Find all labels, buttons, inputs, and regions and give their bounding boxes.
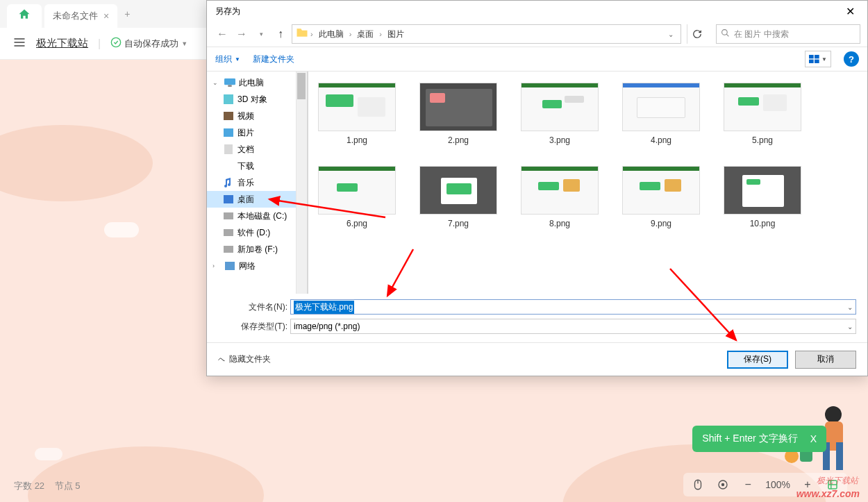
tree-item-3d[interactable]: 3D 对象 <box>207 91 307 108</box>
file-item[interactable]: 5.png <box>721 83 804 145</box>
disk-icon <box>222 229 235 236</box>
file-item[interactable]: 7.png <box>417 166 500 228</box>
svg-line-12 <box>726 34 728 36</box>
menu-icon[interactable] <box>12 35 26 52</box>
save-button[interactable]: 保存(S) <box>727 351 788 369</box>
file-item[interactable]: 8.png <box>518 166 601 228</box>
dialog-fields: 文件名(N): 极光下载站.png ⌄ 保存类型(T): image/png (… <box>207 294 867 342</box>
document-title[interactable]: 极光下载站 <box>36 37 88 50</box>
path-sep-icon: › <box>349 30 352 38</box>
file-item[interactable]: 9.png <box>619 166 703 228</box>
file-thumbnail <box>318 83 396 131</box>
svg-point-4 <box>825 406 842 423</box>
tree-item-downloads[interactable]: 下载 <box>207 158 307 174</box>
document-icon <box>222 144 235 154</box>
char-count-label: 字数 <box>14 480 32 491</box>
path-sep-icon: › <box>310 30 313 38</box>
recent-dropdown[interactable]: ▾ <box>253 26 269 42</box>
tree-item-this-pc[interactable]: ⌄ 此电脑 <box>207 74 307 91</box>
hint-close-button[interactable]: X <box>810 433 817 444</box>
tree-item-network[interactable]: ›网络 <box>207 258 307 274</box>
nav-up-button[interactable]: ↑ <box>272 26 289 42</box>
organize-menu[interactable]: 组织 ▼ <box>215 53 240 65</box>
nav-forward-button[interactable]: → <box>233 26 250 42</box>
disk-icon <box>222 212 235 219</box>
tree-item-new-vol[interactable]: 新加卷 (F:) <box>207 241 307 258</box>
autosave-status[interactable]: 自动保存成功 ▼ <box>110 37 187 50</box>
svg-rect-18 <box>228 85 231 87</box>
dropdown-icon[interactable]: ⌄ <box>847 323 853 331</box>
tree-item-documents[interactable]: 文档 <box>207 141 307 158</box>
zoom-value: 100% <box>765 479 790 490</box>
new-folder-button[interactable]: 新建文件夹 <box>253 53 294 65</box>
node-count-value: 5 <box>75 480 80 491</box>
path-seg-desktop[interactable]: 桌面 <box>353 26 378 43</box>
help-button[interactable]: ? <box>844 51 859 67</box>
file-name: 8.png <box>549 219 570 228</box>
node-count-label: 节点 <box>55 480 73 491</box>
3d-icon <box>222 94 235 104</box>
file-item[interactable]: 2.png <box>417 83 500 145</box>
path-seg-pc[interactable]: 此电脑 <box>315 26 348 43</box>
path-seg-pictures[interactable]: 图片 <box>383 26 408 43</box>
file-item[interactable]: 1.png <box>315 83 399 145</box>
view-mode-button[interactable]: ▼ <box>805 51 831 67</box>
watermark-brand: 极光下载站 <box>817 475 858 487</box>
mouse-mode-icon[interactable] <box>690 477 706 492</box>
nav-back-button[interactable]: ← <box>214 26 231 42</box>
hide-folders-toggle[interactable]: ヘ 隐藏文件夹 <box>218 353 271 365</box>
file-name: 1.png <box>347 135 367 145</box>
tree-scrollbar[interactable] <box>296 72 307 294</box>
file-thumbnail <box>622 166 700 215</box>
svg-rect-21 <box>224 128 233 137</box>
folder-icon <box>295 26 309 42</box>
refresh-button[interactable] <box>687 24 706 44</box>
decor-hill-left <box>0 125 153 201</box>
file-thumbnail <box>521 83 599 131</box>
divider: | <box>98 37 101 50</box>
filetype-select[interactable]: image/png (*.png) ⌄ <box>290 319 856 334</box>
scroll-thumb[interactable] <box>297 73 306 99</box>
tree-item-local-disk[interactable]: 本地磁盘 (C:) <box>207 208 307 224</box>
file-item[interactable]: 4.png <box>619 83 703 145</box>
tree-item-music[interactable]: 音乐 <box>207 174 307 191</box>
tab-title: 未命名文件 <box>53 10 98 22</box>
tree-item-pictures[interactable]: 图片 <box>207 124 307 141</box>
file-thumbnail <box>419 166 497 215</box>
filetype-value: image/png (*.png) <box>294 321 360 331</box>
tab-close-button[interactable]: × <box>103 10 109 22</box>
folder-tree: ⌄ 此电脑 3D 对象 视频 图片 文档 下载 音乐 桌面 本地磁盘 (C:) … <box>207 72 308 294</box>
caret-down-icon: ▼ <box>235 56 240 62</box>
document-tab[interactable]: 未命名文件 × <box>44 4 117 28</box>
filename-input[interactable]: 极光下载站.png ⌄ <box>290 299 856 315</box>
cancel-button[interactable]: 取消 <box>795 351 856 369</box>
expand-icon[interactable]: › <box>212 262 221 269</box>
expand-icon[interactable]: ⌄ <box>212 79 221 86</box>
home-tab[interactable] <box>7 4 42 28</box>
dropdown-icon[interactable]: ⌄ <box>847 303 853 311</box>
new-tab-button[interactable]: + <box>124 8 130 19</box>
search-input[interactable]: 在 图片 中搜索 <box>716 24 860 44</box>
file-thumbnail <box>724 166 801 215</box>
tree-item-videos[interactable]: 视频 <box>207 108 307 124</box>
file-item[interactable]: 10.png <box>721 166 804 228</box>
caret-down-icon: ▼ <box>181 40 187 47</box>
hint-text: Shift + Enter 文字换行 <box>702 433 797 445</box>
svg-rect-19 <box>224 94 233 104</box>
svg-rect-16 <box>815 60 819 63</box>
tree-item-desktop[interactable]: 桌面 <box>207 191 307 208</box>
target-icon[interactable] <box>715 477 731 492</box>
svg-point-11 <box>722 30 728 35</box>
svg-rect-15 <box>809 60 814 63</box>
zoom-out-button[interactable]: − <box>740 477 756 492</box>
check-icon <box>110 37 122 50</box>
close-button[interactable]: ✕ <box>835 1 866 22</box>
tree-item-soft-disk[interactable]: 软件 (D:) <box>207 224 307 241</box>
status-bar: 字数 22 节点 5 <box>14 480 80 492</box>
path-dropdown-icon[interactable]: ⌄ <box>664 31 678 38</box>
file-item[interactable]: 3.png <box>518 83 601 145</box>
file-item[interactable]: 6.png <box>315 166 399 228</box>
file-name: 10.png <box>750 219 776 228</box>
music-icon <box>222 178 235 187</box>
decor-cloud <box>35 448 62 460</box>
